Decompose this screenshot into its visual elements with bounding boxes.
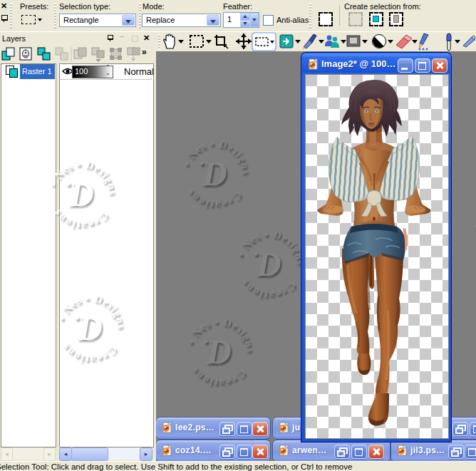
svg-text:D: D [68,175,94,213]
svg-text:D: D [77,309,103,347]
svg-text:»: » [142,47,147,57]
svg-text:D: D [256,245,281,283]
svg-text:D: D [202,155,227,192]
svg-text:﹡Nes﹡Designs: ﹡Nes﹡Designs [470,202,476,238]
svg-text:Creations: Creations [473,249,476,271]
svg-text:D: D [206,333,232,371]
